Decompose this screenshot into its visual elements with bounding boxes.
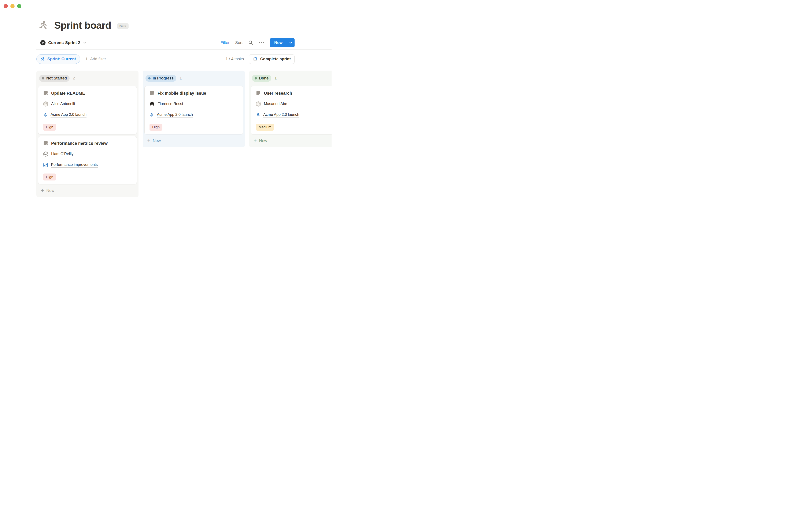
- tasks-progress-label: 1 / 4 tasks: [226, 57, 244, 61]
- project-link[interactable]: Acme App 2.0 launch: [51, 112, 87, 117]
- avatar: [150, 102, 155, 107]
- task-card[interactable]: Fix mobile display issue Florence Rossi …: [145, 86, 243, 134]
- sprint-view-label: Current: Sprint 2: [48, 40, 80, 45]
- complete-sprint-button[interactable]: Complete sprint: [249, 54, 294, 64]
- sprint-filter-label: Sprint: Current: [47, 57, 76, 61]
- chevron-down-icon: [289, 42, 292, 44]
- running-person-icon: [41, 57, 45, 61]
- window-controls: [4, 4, 21, 8]
- page-icon: [256, 91, 261, 96]
- priority-tag: High: [43, 124, 56, 131]
- add-card-label: New: [153, 138, 161, 143]
- task-title: Performance metrics review: [51, 140, 108, 146]
- add-filter-button[interactable]: + Add filter: [85, 57, 106, 61]
- project-link[interactable]: Performance improvements: [51, 163, 98, 168]
- new-task-button[interactable]: New: [270, 38, 294, 47]
- status-label: Done: [259, 76, 269, 80]
- status-dot: [255, 77, 257, 79]
- task-title: User research: [264, 91, 292, 96]
- task-card[interactable]: Update README Alice Antonelli Acme App 2…: [38, 86, 137, 134]
- plus-icon: +: [85, 57, 88, 61]
- rocket-icon: [43, 112, 48, 118]
- add-card-button[interactable]: + New: [147, 138, 243, 143]
- close-window-button[interactable]: [4, 4, 8, 8]
- plus-icon: +: [147, 138, 150, 143]
- complete-sprint-label: Complete sprint: [260, 57, 291, 61]
- status-dot: [42, 77, 44, 79]
- toolbar-divider: [36, 49, 332, 50]
- status-pill-done[interactable]: Done: [252, 75, 271, 82]
- add-card-button[interactable]: + New: [41, 188, 137, 193]
- add-filter-label: Add filter: [90, 57, 106, 61]
- priority-tag: High: [150, 124, 162, 131]
- board-column-not-started: Not Started 2 Update README Alice Antone…: [36, 71, 139, 197]
- add-card-label: New: [46, 188, 54, 193]
- filter-button[interactable]: Filter: [221, 40, 229, 45]
- avatar: [43, 152, 48, 157]
- sprint-view-selector[interactable]: Current: Sprint 2: [40, 40, 86, 46]
- filter-bar: Sprint: Current + Add filter 1 / 4 tasks…: [36, 54, 332, 64]
- status-pill-not-started[interactable]: Not Started: [39, 75, 69, 82]
- chevron-down-icon: [83, 42, 86, 44]
- plus-icon: +: [254, 138, 257, 143]
- column-count: 1: [274, 76, 277, 80]
- sprint-progress-ring-icon: [253, 57, 258, 61]
- task-title: Fix mobile display issue: [158, 91, 206, 96]
- running-person-icon: [39, 21, 48, 30]
- priority-tag: High: [43, 173, 56, 180]
- column-header: Done 1: [252, 75, 332, 82]
- beta-badge: Beta: [117, 23, 129, 29]
- kanban-board: Not Started 2 Update README Alice Antone…: [36, 71, 332, 197]
- column-header: In Progress 1: [146, 75, 243, 82]
- play-icon: [40, 40, 46, 46]
- rocket-icon: [150, 112, 154, 118]
- rocket-icon: [256, 112, 260, 118]
- page-header: Sprint board Beta: [36, 0, 332, 31]
- status-dot: [148, 77, 151, 79]
- sprint-filter-chip[interactable]: Sprint: Current: [36, 54, 80, 64]
- status-pill-in-progress[interactable]: In Progress: [146, 75, 176, 82]
- column-count: 2: [73, 76, 75, 80]
- avatar: [43, 102, 48, 107]
- page-icon: [43, 91, 48, 96]
- project-link[interactable]: Acme App 2.0 launch: [263, 112, 299, 117]
- board-column-done: Done 1 User research Masanori Abe: [249, 71, 332, 147]
- status-label: Not Started: [46, 76, 67, 80]
- fullscreen-window-button[interactable]: [17, 4, 21, 8]
- assignee-name: Florence Rossi: [158, 102, 183, 106]
- page-icon: [43, 141, 48, 146]
- column-header: Not Started 2: [39, 75, 137, 82]
- sprint-board-page: Sprint board Beta Current: Sprint 2 Filt…: [36, 0, 332, 197]
- sort-button[interactable]: Sort: [235, 40, 242, 45]
- new-task-label[interactable]: New: [270, 38, 287, 47]
- minimize-window-button[interactable]: [10, 4, 15, 8]
- add-card-button[interactable]: + New: [254, 138, 332, 143]
- project-link[interactable]: Acme App 2.0 launch: [157, 112, 193, 117]
- assignee-name: Alice Antonelli: [51, 102, 75, 106]
- task-card[interactable]: Performance metrics review Liam O'Reilly…: [38, 136, 137, 184]
- priority-tag: Medium: [256, 124, 274, 131]
- board-toolbar: Current: Sprint 2 Filter Sort New: [36, 38, 332, 48]
- assignee-name: Liam O'Reilly: [51, 152, 73, 156]
- more-options-icon[interactable]: [259, 42, 264, 43]
- new-task-dropdown-button[interactable]: [287, 38, 294, 47]
- assignee-name: Masanori Abe: [264, 102, 287, 106]
- page-title[interactable]: Sprint board: [54, 20, 111, 31]
- column-count: 1: [179, 76, 182, 80]
- search-icon[interactable]: [248, 40, 253, 45]
- chart-increasing-icon: [43, 163, 48, 167]
- status-label: In Progress: [153, 76, 174, 80]
- add-card-label: New: [259, 138, 267, 143]
- page-icon: [150, 91, 155, 96]
- board-column-in-progress: In Progress 1 Fix mobile display issue F…: [143, 71, 245, 147]
- toolbar-actions: Filter Sort New: [221, 38, 294, 47]
- avatar: [256, 102, 261, 107]
- task-title: Update README: [51, 91, 85, 96]
- plus-icon: +: [41, 188, 44, 192]
- task-card[interactable]: User research Masanori Abe Acme App 2.0 …: [251, 86, 332, 134]
